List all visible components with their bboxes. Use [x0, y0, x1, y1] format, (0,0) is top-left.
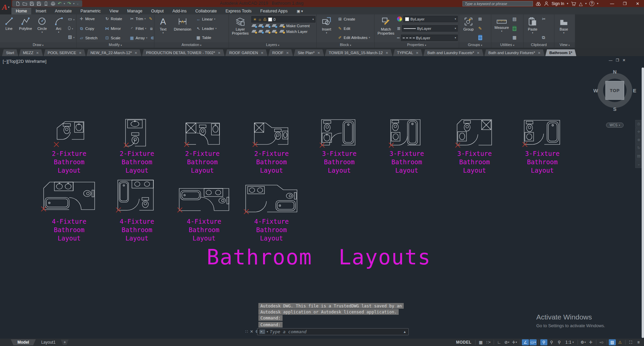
isometric-drafting-icon[interactable]: ✛▾: [511, 339, 518, 345]
ribbon-tab-parametric[interactable]: Parametric: [76, 8, 105, 14]
ribbon-tab-featured-apps[interactable]: Featured Apps: [256, 8, 292, 14]
layer-thaw-all-icon[interactable]: [258, 29, 264, 34]
ribbon-tab-add-ins[interactable]: Add-ins: [168, 8, 191, 14]
panel-label-layers[interactable]: Layers▾: [229, 42, 316, 48]
bathroom-layout-drawing[interactable]: [123, 117, 148, 150]
snap-mode-icon[interactable]: ∷▾: [485, 339, 492, 345]
panel-label-groups[interactable]: Groups▾: [459, 42, 491, 48]
maximize-button[interactable]: ❐: [618, 0, 631, 7]
qat-customize-icon[interactable]: ⌄: [77, 2, 79, 5]
new-file-icon[interactable]: [15, 1, 20, 6]
layer-isolate-icon[interactable]: [251, 24, 257, 28]
annotation-scale-value[interactable]: 1:1▾: [563, 339, 576, 345]
trusteddwg-warning-icon[interactable]: ⚠: [616, 339, 624, 345]
layer-lock-icon[interactable]: [271, 24, 277, 28]
bathroom-layout-drawing[interactable]: [177, 186, 231, 215]
panel-label-draw[interactable]: Draw▾: [0, 42, 76, 48]
file-tab-close-icon[interactable]: ✕: [36, 51, 39, 55]
bathroom-layout-drawing[interactable]: [41, 179, 97, 214]
file-tab-close-icon[interactable]: ✕: [135, 51, 137, 55]
sign-in-chevron-icon[interactable]: ▾: [567, 2, 568, 5]
file-tab-pool-service[interactable]: POOL SERVICE✕: [44, 49, 86, 56]
leader-button[interactable]: ↖Leader▾: [195, 26, 224, 31]
scale-button[interactable]: ⊡Scale: [104, 35, 128, 41]
move-button[interactable]: ✛Move: [78, 16, 103, 21]
pan-icon[interactable]: ✛: [635, 128, 642, 136]
make-current-button[interactable]: Make Current: [278, 23, 311, 28]
match-layer-button[interactable]: Match Layer: [278, 29, 308, 34]
hatch-tool-icon[interactable]: ▨ ▾: [68, 34, 75, 40]
view-cube-north[interactable]: N: [613, 69, 617, 75]
file-tab-tower-16-gas-15-march-12[interactable]: TOWER 16_GAS_15-March-12✕: [325, 49, 392, 56]
save-icon[interactable]: [30, 1, 34, 6]
circle-tool-button[interactable]: Circle▾: [34, 15, 50, 42]
panel-label-view[interactable]: View▾: [554, 42, 575, 48]
panel-label-clipboard[interactable]: Clipboard: [524, 42, 554, 48]
file-tab-close-icon[interactable]: ✕: [79, 51, 82, 55]
lineweight-icon[interactable]: ≣: [397, 26, 401, 31]
calculator-icon[interactable]: ▦: [512, 35, 516, 40]
object-snap-tracking-icon[interactable]: ∠: [522, 339, 529, 345]
rotate-button[interactable]: ↻Rotate: [104, 16, 128, 21]
close-button[interactable]: ✕: [631, 0, 644, 7]
polar-tracking-icon[interactable]: ⊘▾: [503, 339, 510, 345]
bathroom-layout-drawing[interactable]: [252, 121, 290, 149]
object-color-dropdown[interactable]: ByLayer▾: [403, 16, 458, 22]
ribbon-tab-view[interactable]: View: [105, 8, 123, 14]
redo-icon[interactable]: ↷: [67, 1, 71, 6]
command-input-placeholder[interactable]: Type a command: [270, 329, 307, 334]
rectangle-tool-icon[interactable]: ▭ ▾: [68, 16, 75, 23]
explode-icon[interactable]: ⧈: [148, 26, 154, 31]
showmotion-icon[interactable]: ▤: [635, 152, 642, 160]
panel-label-modify[interactable]: Modify▾: [77, 42, 154, 48]
measure-button[interactable]: Measure▾: [492, 15, 511, 42]
file-tab-close-icon[interactable]: ✕: [477, 51, 480, 55]
open-from-web-icon[interactable]: [44, 1, 48, 6]
bathroom-layout-drawing[interactable]: [319, 118, 357, 150]
copy-clip-icon[interactable]: ⧉: [542, 35, 546, 40]
annotation-scale-icon[interactable]: ⚲: [556, 339, 563, 345]
file-tab-close-icon[interactable]: ✕: [261, 51, 263, 55]
panel-label-utilities[interactable]: Utilities▾: [491, 42, 523, 48]
help-icon[interactable]: ?: [589, 1, 594, 6]
match-properties-button[interactable]: Match Properties: [376, 15, 396, 42]
new-layout-button[interactable]: +: [61, 340, 68, 345]
ribbon-tab-output[interactable]: Output: [147, 8, 168, 14]
cut-icon[interactable]: ✂: [542, 16, 546, 22]
recent-commands-chevron-icon[interactable]: ▾: [267, 330, 268, 333]
command-close-icon[interactable]: ✕: [250, 329, 253, 334]
viewport-minimize-icon[interactable]: —: [609, 58, 612, 62]
file-tab-roof[interactable]: ROOF✕: [268, 49, 293, 56]
file-tab-typical[interactable]: TYPICAL✕: [393, 49, 423, 56]
panel-label-properties[interactable]: Properties▾: [375, 42, 459, 48]
file-tab-mezz[interactable]: MEZZ✕: [19, 49, 43, 56]
autodesk-share-icon[interactable]: △: [579, 1, 583, 6]
zoom-icon[interactable]: ⊕: [635, 136, 642, 144]
view-cube-top-face[interactable]: TOP: [605, 81, 624, 100]
grid-display-icon[interactable]: ▦: [477, 339, 484, 345]
panel-label-annotation[interactable]: Annotation▾: [154, 42, 229, 48]
view-cube[interactable]: N S W E TOP: [593, 69, 636, 112]
redo-chevron-icon[interactable]: ▾: [73, 2, 75, 5]
file-tab-bath-and-laundry-faucets-[interactable]: Bath and Laundry Faucets*✕: [423, 49, 484, 56]
view-cube-east[interactable]: E: [633, 88, 636, 93]
edit-attributes-button[interactable]: ✐Edit Attributes▾: [337, 35, 371, 40]
file-tab-production-detail-tower-t002-[interactable]: PRODUCTION DETAIL TOWER - T002*✕: [142, 49, 225, 56]
command-expand-icon[interactable]: ▲: [403, 330, 406, 334]
paste-button[interactable]: Paste▾: [525, 15, 541, 42]
annotation-autoscale-icon[interactable]: ⚲: [548, 339, 555, 345]
insert-block-button[interactable]: Insert▾: [318, 15, 335, 42]
user-icon[interactable]: [544, 1, 549, 6]
base-view-button[interactable]: Base▾: [555, 15, 572, 42]
create-block-button[interactable]: ⊞Create: [337, 16, 371, 22]
file-tab-new-fa-22-march-12-[interactable]: NEW_FA_22-March-12*✕: [86, 49, 141, 56]
bathroom-layout-drawing[interactable]: [455, 118, 494, 150]
bathroom-layout-drawing[interactable]: [389, 118, 422, 150]
file-tab-bath-and-laundry-fixtures-[interactable]: Bath and Laundry Fixtures*✕: [484, 49, 545, 56]
panel-label-block[interactable]: Block▾: [317, 42, 374, 48]
isolate-objects-icon[interactable]: ▫○: [598, 339, 605, 345]
ribbon-tab-home[interactable]: Home: [11, 8, 31, 14]
model-space-badge[interactable]: MODEL: [454, 339, 474, 345]
quick-select-icon[interactable]: ▤: [512, 16, 516, 22]
offset-icon[interactable]: ⋐: [149, 35, 154, 41]
